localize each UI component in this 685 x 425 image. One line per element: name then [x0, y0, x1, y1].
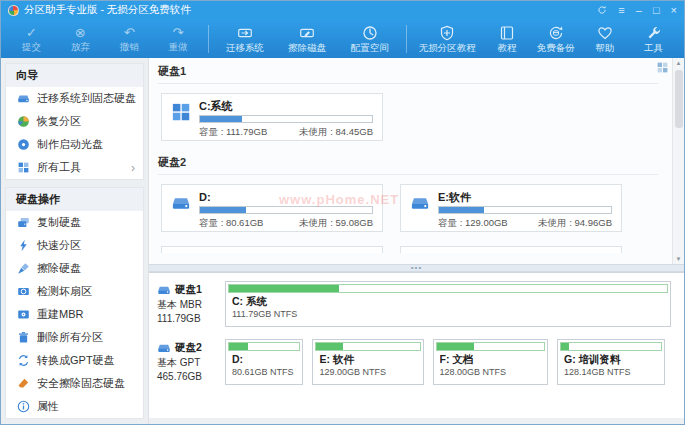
- view-toggle-icon[interactable]: [656, 60, 669, 73]
- free-label: 未使用 : 94.96GB: [538, 217, 612, 230]
- partition-label: F: 文档: [440, 354, 546, 365]
- partition-block-g[interactable]: G: 培训资料 128.14GB NTFS: [557, 339, 665, 385]
- pie-icon: [17, 115, 30, 128]
- undo-icon: ↶: [124, 26, 135, 40]
- scroll-up-icon[interactable]: ▲: [676, 58, 682, 68]
- discard-button[interactable]: ⊗ 放弃: [56, 26, 105, 52]
- lightning-icon: [17, 239, 30, 252]
- tutorial-button[interactable]: 教程: [483, 25, 532, 53]
- disk2-group-title: 硬盘2: [158, 155, 658, 170]
- redo-button[interactable]: ↷ 重做: [154, 26, 203, 52]
- grid-icon: [17, 161, 30, 174]
- partition-detail: 80.61GB NTFS: [232, 367, 300, 377]
- sidebar-item-secure-erase-ssd[interactable]: 安全擦除固态硬盘: [6, 372, 143, 395]
- partition-card-partial[interactable]: [400, 246, 622, 253]
- maximize-icon[interactable]: □: [653, 5, 660, 16]
- sidebar-item-migrate-to-ssd[interactable]: 迁移系统到固态硬盘: [6, 87, 143, 110]
- shield-plus-icon: [439, 25, 455, 41]
- sidebar-item-all-tools[interactable]: 所有工具 ›: [6, 156, 143, 179]
- divider: [158, 83, 658, 84]
- sidebar-item-delete-all-partitions[interactable]: 删除所有分区: [6, 326, 143, 349]
- partition-label: D:: [232, 354, 300, 365]
- migrate-disk-icon: [237, 25, 253, 41]
- disk-size: 111.79GB: [157, 313, 219, 325]
- sidebar-item-convert-to-gpt[interactable]: 转换成GPT硬盘: [6, 349, 143, 372]
- allocate-space-button[interactable]: 配置空间: [339, 25, 402, 53]
- minimize-icon[interactable]: –: [636, 5, 642, 16]
- sidebar-item-quick-partition[interactable]: 快速分区: [6, 234, 143, 257]
- disk1-group-title: 硬盘1: [158, 64, 658, 79]
- lossless-tutorial-button[interactable]: 无损分区教程: [412, 25, 482, 53]
- window-title: 分区助手专业版 - 无损分区免费软件: [24, 3, 191, 17]
- partition-card-partial[interactable]: [161, 246, 383, 253]
- toolbar-separator: [406, 25, 407, 53]
- capacity-label: 容量 : 111.79GB: [199, 126, 267, 139]
- partition-block-c[interactable]: C: 系统 111.79GB NTFS: [225, 281, 671, 327]
- disk2-info[interactable]: 硬盘2 基本 GPT 465.76GB: [157, 339, 219, 385]
- free-label: 未使用 : 59.08GB: [299, 217, 373, 230]
- partition-detail: 111.79GB NTFS: [232, 309, 668, 319]
- partition-card-d[interactable]: D: 容量 : 80.61GB 未使用 : 59.08GB: [161, 184, 383, 232]
- tools-button[interactable]: 工具: [629, 25, 678, 53]
- sidebar-item-rebuild-mbr[interactable]: 重建MBR: [6, 303, 143, 326]
- free-backup-button[interactable]: 免费备份: [531, 25, 580, 53]
- toolbar-separator: [208, 25, 209, 53]
- rebuild-mbr-icon: [17, 308, 30, 321]
- sidebar-item-wipe-disk[interactable]: 擦除硬盘: [6, 257, 143, 280]
- refresh-icon[interactable]: [597, 5, 607, 15]
- drive-icon: [157, 341, 171, 355]
- used-space-bar: [228, 284, 668, 293]
- copy-disk-icon: [17, 216, 30, 229]
- scrollbar-thumb[interactable]: [675, 70, 683, 128]
- wipe-disk-button[interactable]: 擦除磁盘: [276, 25, 339, 53]
- capacity-label: 容量 : 80.61GB: [199, 217, 263, 230]
- sidebar-item-copy-disk[interactable]: 复制硬盘: [6, 211, 143, 234]
- scroll-down-icon[interactable]: ▼: [676, 254, 682, 264]
- used-space-bar: [315, 342, 420, 351]
- drive-icon: [17, 92, 30, 105]
- partition-detail: 129.00GB NTFS: [319, 367, 420, 377]
- app-window: 分区助手专业版 - 无损分区免费软件 ≡ – □ × ✓ 提交 ⊗ 放弃 ↶ 撤…: [0, 0, 685, 425]
- main-area: 硬盘1 C:系统 容量 : 111.79GB 未使用 : 84.45GB: [149, 58, 684, 424]
- wrench-icon: [646, 25, 662, 41]
- backup-icon: [548, 25, 564, 41]
- migrate-system-button[interactable]: 迁移系统: [214, 25, 277, 53]
- sidebar-item-recover-partition[interactable]: 恢复分区: [6, 110, 143, 133]
- used-space-bar: [560, 342, 662, 351]
- book-icon: [499, 25, 515, 41]
- disk-type: 基本 MBR: [157, 299, 219, 311]
- disc-icon: [17, 138, 30, 151]
- partition-name: D:: [199, 191, 373, 203]
- commit-button[interactable]: ✓ 提交: [7, 26, 56, 52]
- undo-button[interactable]: ↶ 撤销: [105, 26, 154, 52]
- used-space-bar: [436, 342, 546, 351]
- partition-card-c[interactable]: C:系统 容量 : 111.79GB 未使用 : 84.45GB: [161, 93, 383, 141]
- partition-detail: 128.00GB NTFS: [440, 367, 546, 377]
- chevron-right-icon: ›: [131, 163, 139, 173]
- partition-block-e[interactable]: E: 软件 129.00GB NTFS: [312, 339, 423, 385]
- disk1-info[interactable]: 硬盘1 基本 MBR 111.79GB: [157, 281, 219, 327]
- help-button[interactable]: 帮助: [580, 25, 629, 53]
- check-icon: ✓: [26, 26, 37, 40]
- menu-icon[interactable]: ≡: [618, 5, 624, 16]
- sidebar-section-disk-operations: 硬盘操作 复制硬盘 快速分区 擦除硬盘 检测坏扇区: [5, 187, 144, 419]
- partition-label: G: 培训资料: [564, 354, 662, 365]
- usage-bar: [438, 206, 612, 214]
- capacity-label: 容量 : 129.00GB: [438, 217, 508, 230]
- sidebar-item-make-boot-disc[interactable]: 制作启动光盘: [6, 133, 143, 156]
- info-icon: [17, 400, 30, 413]
- vertical-scrollbar[interactable]: ▲ ▼: [672, 58, 684, 264]
- disk2-row: 硬盘2 基本 GPT 465.76GB D: 80.61GB NTFS: [157, 339, 671, 385]
- panel-splitter[interactable]: •••: [149, 264, 684, 272]
- section-header-wizard: 向导: [6, 64, 143, 87]
- free-label: 未使用 : 84.45GB: [299, 126, 373, 139]
- close-icon[interactable]: ×: [671, 5, 677, 16]
- partition-card-e[interactable]: E:软件 容量 : 129.00GB 未使用 : 94.96GB: [400, 184, 622, 232]
- title-bar: 分区助手专业版 - 无损分区免费软件 ≡ – □ ×: [1, 1, 684, 19]
- sidebar-item-properties[interactable]: 属性: [6, 395, 143, 418]
- disk-cards-panel: 硬盘1 C:系统 容量 : 111.79GB 未使用 : 84.45GB: [149, 58, 684, 264]
- partition-label: C: 系统: [232, 296, 668, 307]
- partition-block-f[interactable]: F: 文档 128.00GB NTFS: [433, 339, 549, 385]
- sidebar-item-check-bad-sectors[interactable]: 检测坏扇区: [6, 280, 143, 303]
- partition-block-d[interactable]: D: 80.61GB NTFS: [225, 339, 303, 385]
